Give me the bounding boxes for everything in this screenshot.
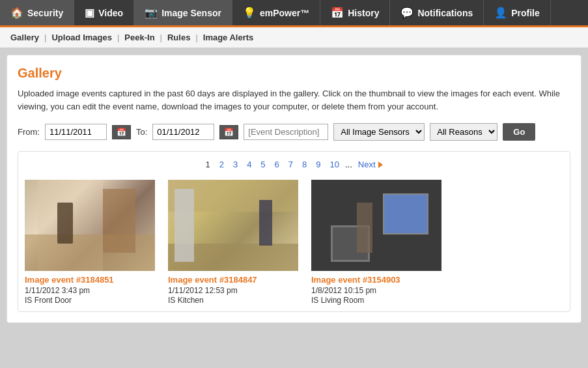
page-current: 1 [202, 158, 213, 171]
person-icon: 👤 [494, 7, 507, 19]
from-calendar-button[interactable]: 📅 [112, 125, 131, 139]
pagination-ellipsis: ... [345, 160, 352, 169]
page-10[interactable]: 10 [327, 158, 343, 171]
nav-image-sensor[interactable]: 📷 Image Sensor [134, 0, 232, 25]
gallery-item-2[interactable]: Image event #3154903 1/8/2012 10:15 pm I… [311, 180, 441, 305]
nav-image-sensor-label: Image Sensor [161, 8, 221, 18]
nav-profile-label: Profile [511, 8, 540, 18]
subnav-gallery[interactable]: Gallery [10, 33, 44, 42]
page-title: Gallery [18, 66, 570, 81]
reasons-select[interactable]: All Reasons Motion Schedule Manual [430, 123, 497, 141]
next-label: Next [358, 160, 376, 169]
top-navigation: 🏠 Security ▣ Video 📷 Image Sensor 💡 emPo… [0, 0, 588, 27]
page-4[interactable]: 4 [244, 158, 255, 171]
subnav-upload-images[interactable]: Upload Images [46, 33, 117, 42]
camera-icon: 📷 [145, 7, 158, 19]
bulb-icon: 💡 [243, 7, 256, 19]
nav-history[interactable]: 📅 History [320, 0, 390, 25]
next-arrow-icon [378, 162, 383, 168]
page-2[interactable]: 2 [216, 158, 227, 171]
event-link-2[interactable]: Image event #3154903 [311, 275, 441, 285]
nav-empower[interactable]: 💡 emPower™ [232, 0, 320, 25]
nav-security-label: Security [27, 8, 63, 18]
page-8[interactable]: 8 [299, 158, 310, 171]
page-5[interactable]: 5 [257, 158, 268, 171]
nav-video[interactable]: ▣ Video [74, 0, 134, 25]
event-link-1[interactable]: Image event #3184847 [168, 275, 298, 285]
chat-icon: 💬 [400, 7, 413, 19]
event-location-0: IS Front Door [25, 296, 155, 305]
to-calendar-button[interactable]: 📅 [219, 125, 238, 139]
event-location-1: IS Kitchen [168, 296, 298, 305]
nav-video-label: Video [98, 8, 123, 18]
from-date-input[interactable] [45, 124, 107, 140]
page-description: Uploaded image events captured in the pa… [18, 87, 570, 113]
nav-profile[interactable]: 👤 Profile [484, 0, 551, 25]
gallery-container: 1 2 3 4 5 6 7 8 9 10 ... Next [18, 151, 570, 312]
event-datetime-2: 1/8/2012 10:15 pm [311, 286, 441, 295]
nav-notifications-label: Notifications [417, 8, 473, 18]
calendar-icon: 📅 [331, 7, 344, 19]
sensor-select[interactable]: All Image Sensors Front Door Kitchen Liv… [333, 123, 425, 141]
subnav-peek-in[interactable]: Peek-In [119, 33, 160, 42]
nav-security[interactable]: 🏠 Security [0, 0, 74, 25]
from-label: From: [18, 127, 40, 137]
home-icon: 🏠 [10, 7, 23, 19]
gallery-item-0[interactable]: Image event #3184851 1/11/2012 3:43 pm I… [25, 180, 155, 305]
event-location-2: IS Living Room [311, 296, 441, 305]
page-3[interactable]: 3 [230, 158, 241, 171]
main-content: Gallery Uploaded image events captured i… [7, 55, 581, 323]
pagination: 1 2 3 4 5 6 7 8 9 10 ... Next [25, 158, 563, 171]
event-datetime-0: 1/11/2012 3:43 pm [25, 286, 155, 295]
to-date-input[interactable] [152, 124, 214, 140]
subnav-rules[interactable]: Rules [162, 33, 195, 42]
page-7[interactable]: 7 [285, 158, 296, 171]
gallery-thumb-1[interactable] [168, 180, 298, 271]
event-link-0[interactable]: Image event #3184851 [25, 275, 155, 285]
event-description-input[interactable] [244, 124, 328, 140]
event-datetime-1: 1/11/2012 12:53 pm [168, 286, 298, 295]
page-9[interactable]: 9 [313, 158, 324, 171]
go-button[interactable]: Go [503, 123, 535, 141]
gallery-item-1[interactable]: Image event #3184847 1/11/2012 12:53 pm … [168, 180, 298, 305]
sub-navigation: Gallery | Upload Images | Peek-In | Rule… [0, 27, 588, 48]
filter-row: From: 📅 To: 📅 All Image Sensors Front Do… [18, 123, 570, 141]
subnav-image-alerts[interactable]: Image Alerts [198, 33, 259, 42]
gallery-thumb-2[interactable] [311, 180, 441, 271]
page-6[interactable]: 6 [272, 158, 283, 171]
image-grid: Image event #3184851 1/11/2012 3:43 pm I… [25, 180, 563, 305]
nav-empower-label: emPower™ [260, 8, 309, 18]
nav-history-label: History [348, 8, 379, 18]
nav-notifications[interactable]: 💬 Notifications [390, 0, 484, 25]
to-label: To: [136, 127, 147, 137]
video-icon: ▣ [85, 7, 94, 19]
next-page-link[interactable]: Next [355, 158, 386, 171]
gallery-thumb-0[interactable] [25, 180, 155, 271]
